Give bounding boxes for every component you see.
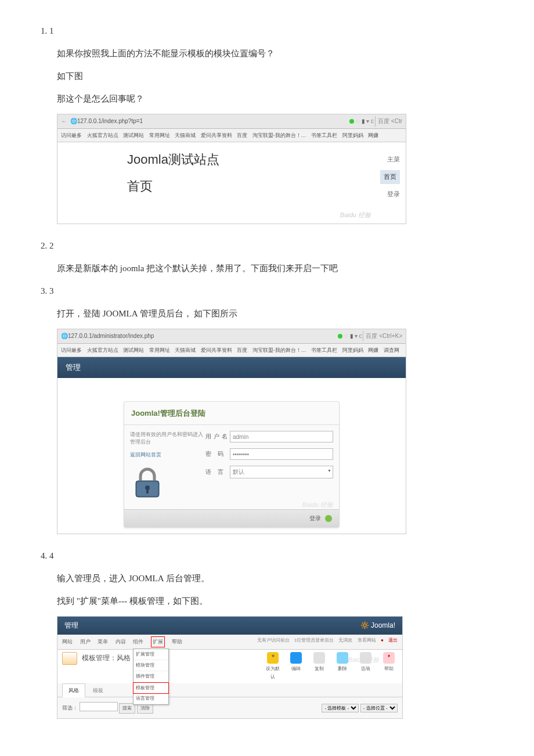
step-4-text-2: 找到 "扩展"菜单--- 模板管理，如下图。 xyxy=(57,593,493,609)
back-icon[interactable]: ← xyxy=(61,116,67,127)
bookmarks-bar-2: 访问最多 火狐官方站点 测试网站 常用网址 天猫商城 爱问共享资料 百度 淘宝联… xyxy=(57,344,406,357)
star-icon[interactable]: ☆ xyxy=(344,331,349,341)
menu-menus[interactable]: 菜单 xyxy=(98,639,108,645)
bookmark-item[interactable]: 阿里妈妈 xyxy=(342,132,363,138)
template-select[interactable]: - 选择模板 - xyxy=(322,704,359,712)
step-2-number: 2. 2 xyxy=(41,238,493,254)
login-button[interactable]: 登录 xyxy=(309,515,321,521)
bookmark-item[interactable]: 百度 xyxy=(237,132,247,138)
bookmark-item[interactable]: 调查网 xyxy=(384,347,399,353)
star-icon[interactable]: ☆ xyxy=(355,116,360,127)
url-field-2[interactable]: 127.0.0.1/administrator/index.php xyxy=(68,331,338,341)
bookmark-item[interactable]: 爱问共享资料 xyxy=(201,347,232,353)
toolbar-help[interactable]: ♦帮助 xyxy=(380,652,398,682)
svg-rect-3 xyxy=(146,489,149,494)
bookmark-item[interactable]: 书签工具栏 xyxy=(311,347,337,353)
admin-header-label: 管理 xyxy=(64,620,78,632)
menu-content[interactable]: 内容 xyxy=(116,639,126,645)
bookmark-item[interactable]: 网赚 xyxy=(368,132,378,138)
bookmark-item[interactable]: 火狐官方站点 xyxy=(87,347,118,353)
bookmark-item[interactable]: 书签工具栏 xyxy=(311,132,337,138)
language-select[interactable]: 默认 xyxy=(230,466,333,478)
dropdown-template-manager[interactable]: 模板管理 xyxy=(133,682,169,694)
refresh-icon[interactable]: ▾ c xyxy=(366,116,374,127)
menu-home[interactable]: 首页 xyxy=(380,170,400,184)
filter-input[interactable] xyxy=(80,702,118,711)
status-messages: 无消息 xyxy=(338,638,352,643)
dropdown-language-manager[interactable]: 语言管理 xyxy=(134,693,168,704)
status-logout[interactable]: ● 退出 xyxy=(381,638,398,643)
language-label: 语 言 xyxy=(205,467,230,477)
step-1-number: 1. 1 xyxy=(41,23,493,39)
login-box: Joomla!管理后台登陆 请使用有效的用户名和密码进入管理后台 返回网站首页 xyxy=(124,401,340,528)
toolbar-default[interactable]: ★设为默认 xyxy=(264,652,282,682)
screenshot-template-manager: 管理 🔆 Joomla! 网站 用户 菜单 内容 组件 扩展 帮助 无有户访问前… xyxy=(57,616,403,719)
bookmark-item[interactable]: 测试网站 xyxy=(123,132,144,138)
step-3-text: 打开，登陆 JOOMLA 管理员后台， 如下图所示 xyxy=(57,306,493,322)
menu-heading: 主菜 xyxy=(380,154,400,165)
status-dot-icon xyxy=(349,119,354,124)
menu-login[interactable]: 登录 xyxy=(380,189,400,200)
bookmark-item[interactable]: 天猫商城 xyxy=(175,132,196,138)
toolbar-edit[interactable]: 编辑 xyxy=(287,652,305,682)
password-input[interactable]: •••••••• xyxy=(230,448,333,460)
bookmark-icon[interactable]: ▮ xyxy=(350,331,353,341)
bookmark-item[interactable]: 淘宝联盟-我的舞台！… xyxy=(252,347,306,353)
address-bar: ← 🌐 127.0.0.1/index.php?tp=1 ☆ ▮ ▾ c 百度 … xyxy=(57,114,406,129)
globe-icon: 🌐 xyxy=(70,116,77,127)
toolbar-copy[interactable]: 复制 xyxy=(311,652,328,682)
refresh-icon[interactable]: ▾ c xyxy=(355,331,362,341)
dropdown-module-manager[interactable]: 模块管理 xyxy=(134,660,168,671)
step-1-text-2: 如下图 xyxy=(57,69,493,84)
bookmark-icon[interactable]: ▮ xyxy=(362,116,365,127)
login-arrow-icon[interactable] xyxy=(325,515,332,522)
dropdown-plugin-manager[interactable]: 插件管理 xyxy=(134,671,168,682)
search-hint-2[interactable]: 百度 <Ctrl+K> xyxy=(363,331,402,341)
position-select[interactable]: - 选择位置 - xyxy=(360,704,398,712)
bookmark-item[interactable]: 天猫商城 xyxy=(175,347,196,353)
bookmarks-bar: 访问最多 火狐官方站点 测试网站 常用网址 天猫商城 爱问共享资料 百度 淘宝联… xyxy=(57,129,406,142)
admin-header-3: 管理 🔆 Joomla! xyxy=(57,617,402,635)
url-field[interactable]: 127.0.0.1/index.php?tp=1 xyxy=(77,116,349,127)
login-hint: 请使用有效的用户名和密码进入管理后台 xyxy=(130,431,205,445)
back-to-site-link[interactable]: 返回网站首页 xyxy=(130,450,205,459)
dropdown-ext-manager[interactable]: 扩展管理 xyxy=(134,649,168,660)
tab-template[interactable]: 模板 xyxy=(87,684,109,697)
step-3-number: 3. 3 xyxy=(41,283,493,299)
lock-icon xyxy=(130,466,205,503)
step-1-text-1: 如果你按照我上面的方法不能显示模板的模块位置编号？ xyxy=(57,46,493,62)
bookmark-item[interactable]: 访问最多 xyxy=(61,347,82,353)
status-visitors: 无有户访问前台 xyxy=(257,638,290,643)
status-viewsite[interactable]: 查看网站 xyxy=(358,638,376,643)
joomla-logo: 🔆 Joomla! xyxy=(360,620,395,632)
bookmark-item[interactable]: 爱问共享资料 xyxy=(201,132,232,138)
bookmark-item[interactable]: 常用网址 xyxy=(149,347,170,353)
menu-users[interactable]: 用户 xyxy=(80,639,91,645)
menu-help[interactable]: 帮助 xyxy=(172,639,182,645)
bookmark-item[interactable]: 常用网址 xyxy=(149,132,170,138)
bookmark-item[interactable]: 访问最多 xyxy=(61,132,82,138)
bookmark-item[interactable]: 百度 xyxy=(237,347,247,353)
password-label: 密 码 xyxy=(205,449,230,459)
side-menu: 主菜 首页 登录 xyxy=(380,154,400,204)
search-hint[interactable]: 百度 <Ctr xyxy=(375,116,402,127)
filter-row: 筛选： 搜索 清除 - 选择模板 - - 选择位置 - xyxy=(57,697,402,718)
bookmark-item[interactable]: 测试网站 xyxy=(123,347,144,353)
watermark: Baidu 经验 xyxy=(340,210,371,221)
site-title: Joomla测试站点 xyxy=(127,148,394,171)
status-admins: 1位管理员登录后台 xyxy=(294,638,334,643)
menu-extensions[interactable]: 扩展 xyxy=(151,636,165,647)
bookmark-item[interactable]: 火狐官方站点 xyxy=(87,132,118,138)
menu-components[interactable]: 组件 xyxy=(133,639,143,645)
globe-icon: 🌐 xyxy=(61,331,68,341)
tab-style[interactable]: 风格 xyxy=(62,683,85,697)
menu-site[interactable]: 网站 xyxy=(62,639,73,645)
login-title: Joomla!管理后台登陆 xyxy=(124,402,339,425)
admin-menu-bar: 网站 用户 菜单 内容 组件 扩展 帮助 无有户访问前台 1位管理员登录后台 无… xyxy=(57,635,402,649)
extensions-dropdown: 扩展管理 模块管理 插件管理 模板管理 语言管理 xyxy=(133,649,169,705)
bookmark-item[interactable]: 阿里妈妈 xyxy=(342,347,363,353)
login-button-row: 登录 xyxy=(124,509,339,527)
username-input[interactable]: admin xyxy=(230,431,333,442)
bookmark-item[interactable]: 淘宝联盟-我的舞台！… xyxy=(252,132,306,138)
bookmark-item[interactable]: 网赚 xyxy=(368,347,378,353)
